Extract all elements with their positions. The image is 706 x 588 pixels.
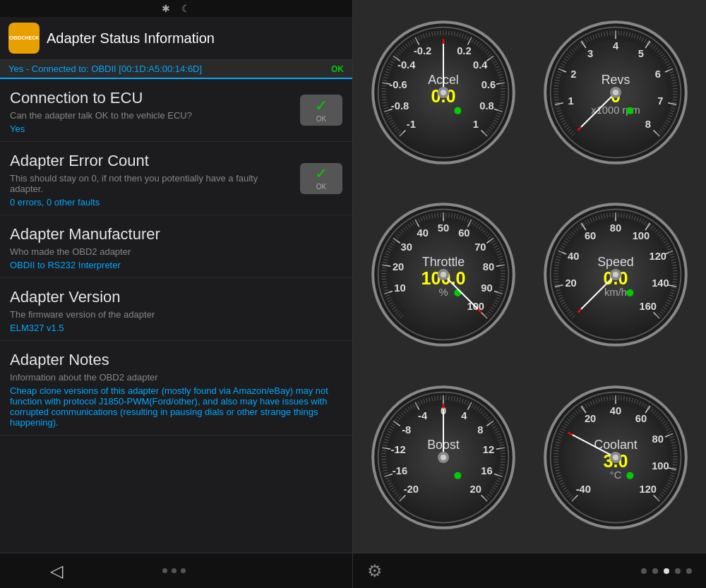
right-panel: ⚙ xyxy=(353,0,706,588)
section-notes: Adapter Notes Information about the OBD2… xyxy=(0,341,352,436)
section-value-4: Cheap clone versions of this adapter (mo… xyxy=(10,385,342,428)
section-title-4: Adapter Notes xyxy=(10,351,342,369)
section-title-1: Adapter Error Count xyxy=(10,152,286,170)
section-title-0: Connection to ECU xyxy=(10,89,286,107)
dot-1 xyxy=(162,568,167,573)
left-panel: ✱ ☾ OBD CHECK Adapter Status Information… xyxy=(0,0,353,588)
gauge-revs-container xyxy=(531,3,700,182)
gauge-accel-container xyxy=(359,3,528,182)
app-header: OBD CHECK Adapter Status Information xyxy=(0,17,352,60)
dot-3 xyxy=(181,568,186,573)
section-version: Adapter Version The firmware version of … xyxy=(0,278,352,341)
section-value-3: ELM327 v1.5 xyxy=(10,323,342,333)
right-dot-5 xyxy=(686,568,692,574)
status-top-bar: ✱ ☾ xyxy=(0,0,352,17)
checkmark-icon-1: ✓ xyxy=(315,166,328,181)
bottom-nav: ◁ xyxy=(0,553,352,588)
section-title-2: Adapter Manufacturer xyxy=(10,225,342,244)
gauge-throttle xyxy=(369,200,517,349)
connection-status-bar: Yes - Connected to: OBDII [00:1D:A5:00:1… xyxy=(0,60,352,79)
gauge-boost-container xyxy=(359,368,528,547)
check-button-1[interactable]: ✓ OK xyxy=(300,163,342,194)
gauge-coolant xyxy=(542,383,690,532)
gauges-grid xyxy=(353,0,706,553)
connection-status-text: Yes - Connected to: OBDII [00:1D:A5:00:1… xyxy=(8,64,202,74)
right-bottom-bar: ⚙ xyxy=(353,553,706,588)
right-page-dots xyxy=(641,568,692,574)
gauge-coolant-container xyxy=(531,368,700,547)
bluetooth-icon: ✱ xyxy=(162,3,170,14)
gauge-boost xyxy=(369,383,517,532)
moon-icon: ☾ xyxy=(181,3,191,14)
right-dot-2 xyxy=(652,568,658,574)
section-value-0: Yes xyxy=(10,124,286,134)
section-manufacturer: Adapter Manufacturer Who made the OBD2 a… xyxy=(0,215,352,278)
page-dots xyxy=(162,568,186,573)
section-value-2: OBDII to RS232 Interpreter xyxy=(10,260,342,270)
ok-label-1: OK xyxy=(316,183,326,191)
back-button[interactable]: ◁ xyxy=(50,561,63,581)
section-title-3: Adapter Version xyxy=(10,288,342,306)
checkmark-icon-0: ✓ xyxy=(315,98,328,114)
section-desc-0: Can the adapter talk OK to the vehicle E… xyxy=(10,110,286,121)
right-dot-4 xyxy=(675,568,681,574)
section-desc-1: This should stay on 0, if not then you p… xyxy=(10,173,286,194)
section-desc-2: Who made the OBD2 adapter xyxy=(10,246,342,257)
header-title: Adapter Status Information xyxy=(47,30,215,47)
section-desc-3: The firmware version of the adapter xyxy=(10,309,342,320)
right-dot-1 xyxy=(641,568,647,574)
app-logo: OBD CHECK xyxy=(8,23,40,54)
gauge-speed xyxy=(542,200,690,349)
section-connection-ecu: Connection to ECU Can the adapter talk O… xyxy=(0,79,352,142)
dot-2 xyxy=(172,568,176,573)
gauge-speed-container xyxy=(531,185,700,364)
content-area: Connection to ECU Can the adapter talk O… xyxy=(0,79,352,553)
ok-label-0: OK xyxy=(316,115,326,123)
gauge-revs xyxy=(542,18,690,167)
right-dot-3 xyxy=(664,568,669,574)
section-value-1: 0 errors, 0 other faults xyxy=(10,197,286,208)
connection-ok-badge: OK xyxy=(331,64,344,74)
section-error-count: Adapter Error Count This should stay on … xyxy=(0,142,352,215)
section-desc-4: Information about the OBD2 adapter xyxy=(10,372,342,383)
gauge-throttle-container xyxy=(359,185,528,364)
check-button-0[interactable]: ✓ OK xyxy=(300,95,342,126)
settings-icon[interactable]: ⚙ xyxy=(367,561,383,581)
gauge-accel xyxy=(369,18,517,167)
